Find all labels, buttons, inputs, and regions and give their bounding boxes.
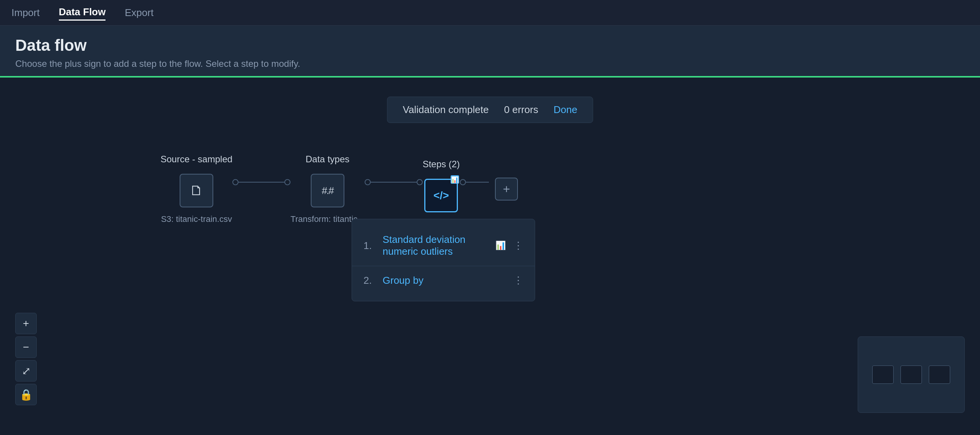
nav-dataflow[interactable]: Data Flow bbox=[59, 5, 106, 21]
nav-export[interactable]: Export bbox=[125, 5, 153, 20]
step-2-link[interactable]: Group by bbox=[383, 275, 506, 286]
lock-button[interactable]: 🔒 bbox=[15, 384, 37, 405]
page-subtitle: Choose the plus sign to add a step to th… bbox=[15, 58, 965, 69]
datatypes-node[interactable]: #.# bbox=[311, 174, 344, 207]
fit-screen-button[interactable]: ⤢ bbox=[15, 360, 37, 382]
node-indicator: 📊 bbox=[451, 175, 459, 184]
step-1-num: 1. bbox=[363, 240, 375, 252]
steps-node-group: Steps (2) </> 📊 bbox=[423, 159, 460, 219]
conn-dot-3a bbox=[460, 179, 466, 185]
source-sublabel: S3: titanic-train.csv bbox=[161, 214, 232, 224]
step-item-2[interactable]: 2. Group by ⋮ bbox=[352, 268, 535, 293]
step-1-link[interactable]: Standard deviation numeric outliers bbox=[383, 234, 488, 257]
connector-1 bbox=[232, 179, 290, 185]
page-header: Data flow Choose the plus sign to add a … bbox=[0, 26, 980, 76]
code-icon: </> bbox=[433, 189, 449, 202]
document-icon: 🗋 bbox=[190, 183, 203, 199]
connector-3 bbox=[460, 179, 489, 185]
steps-popup: 1. Standard deviation numeric outliers 📊… bbox=[352, 219, 535, 301]
top-nav: Import Data Flow Export bbox=[0, 0, 980, 26]
add-step-button[interactable]: + bbox=[495, 178, 518, 201]
minimap-box-3 bbox=[929, 365, 950, 384]
steps-node[interactable]: </> 📊 bbox=[424, 179, 458, 212]
conn-dot-2a bbox=[365, 179, 371, 185]
source-label: Source - sampled bbox=[161, 154, 232, 165]
canvas-area: Validation complete 0 errors Done Source… bbox=[0, 78, 980, 435]
nav-import[interactable]: Import bbox=[11, 5, 40, 20]
conn-dot-1b bbox=[284, 179, 290, 185]
step-1-chart-icon[interactable]: 📊 bbox=[495, 241, 506, 251]
conn-line-1 bbox=[239, 182, 284, 183]
flow-diagram: Source - sampled 🗋 S3: titanic-train.csv… bbox=[161, 154, 518, 224]
zoom-out-button[interactable]: − bbox=[15, 336, 37, 358]
minimap-box-1 bbox=[872, 365, 894, 384]
steps-label: Steps (2) bbox=[423, 159, 460, 170]
minimap bbox=[858, 336, 965, 413]
step-1-more-icon[interactable]: ⋮ bbox=[513, 240, 523, 252]
minimap-box-2 bbox=[900, 365, 922, 384]
connector-2 bbox=[365, 179, 423, 185]
conn-dot-1a bbox=[232, 179, 239, 185]
hash-icon: #.# bbox=[322, 185, 333, 197]
validation-banner: Validation complete 0 errors Done bbox=[387, 97, 593, 123]
conn-dot-2b bbox=[417, 179, 423, 185]
validation-errors: 0 errors bbox=[504, 104, 539, 116]
validation-done-button[interactable]: Done bbox=[553, 104, 577, 116]
zoom-controls: + − ⤢ 🔒 bbox=[15, 313, 37, 405]
datatypes-label: Data types bbox=[306, 154, 350, 165]
source-node[interactable]: 🗋 bbox=[180, 174, 213, 207]
validation-message: Validation complete bbox=[403, 104, 489, 116]
conn-line-2 bbox=[371, 182, 417, 183]
source-node-group: Source - sampled 🗋 S3: titanic-train.csv bbox=[161, 154, 232, 224]
step-item-1[interactable]: 1. Standard deviation numeric outliers 📊… bbox=[352, 227, 535, 264]
step-2-more-icon[interactable]: ⋮ bbox=[513, 275, 523, 286]
step-2-num: 2. bbox=[363, 275, 375, 286]
step-divider bbox=[352, 266, 535, 266]
page-title: Data flow bbox=[15, 36, 965, 55]
conn-line-3 bbox=[466, 182, 489, 183]
zoom-in-button[interactable]: + bbox=[15, 313, 37, 334]
datatypes-node-group: Data types #.# Transform: titantic... bbox=[290, 154, 365, 224]
